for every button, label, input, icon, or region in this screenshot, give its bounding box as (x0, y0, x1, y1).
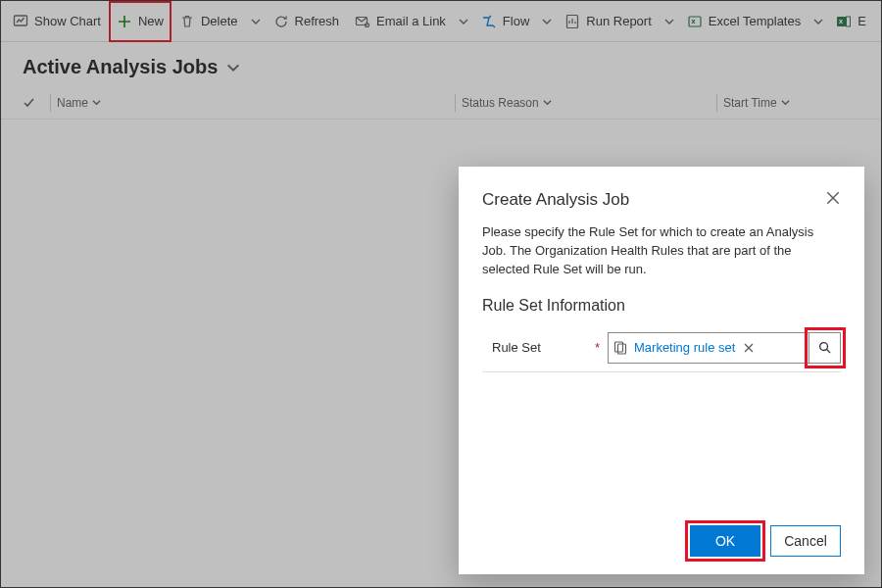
grid-header: Name Status Reason Start Time (1, 86, 881, 120)
delete-button[interactable]: Delete (172, 1, 246, 42)
rule-set-field-row: Rule Set * Marketing rule set (482, 332, 841, 364)
show-chart-button[interactable]: Show Chart (5, 1, 109, 42)
flow-icon (481, 14, 497, 29)
column-header-start[interactable]: Start Time (723, 96, 870, 110)
column-separator (716, 94, 717, 112)
delete-split-chevron[interactable] (246, 17, 266, 26)
excel-templates-button[interactable]: Excel Templates (679, 1, 808, 42)
refresh-button[interactable]: Refresh (266, 1, 348, 42)
svg-rect-4 (689, 17, 701, 26)
email-link-split-chevron[interactable] (454, 17, 473, 26)
dialog-buttons: OK Cancel (482, 525, 841, 557)
email-link-icon (355, 14, 370, 29)
cancel-button[interactable]: Cancel (770, 525, 841, 557)
rule-set-search-button[interactable] (809, 332, 841, 364)
view-title: Active Analysis Jobs (23, 56, 218, 78)
excel-overflow-label: E (858, 14, 866, 28)
run-report-button[interactable]: Run Report (557, 1, 659, 42)
rule-set-lookup[interactable]: Marketing rule set (608, 332, 809, 364)
column-name-label: Name (57, 96, 88, 110)
run-report-label: Run Report (586, 14, 651, 28)
dialog-body-text: Please specify the Rule Set for which to… (482, 223, 841, 279)
excel-icon (836, 14, 852, 29)
create-analysis-job-dialog: Create Analysis Job Please specify the R… (459, 167, 864, 574)
excel-templates-icon (687, 14, 703, 29)
view-header: Active Analysis Jobs (1, 42, 881, 86)
dialog-title: Create Analysis Job (482, 190, 629, 210)
email-link-label: Email a Link (376, 14, 446, 28)
run-report-chevron[interactable] (660, 17, 679, 26)
new-label: New (138, 14, 164, 28)
select-all-checkbox[interactable] (23, 96, 44, 110)
rule-set-selected-text: Marketing rule set (634, 340, 735, 355)
svg-rect-6 (847, 17, 851, 26)
dialog-close-button[interactable] (825, 190, 841, 206)
chevron-down-icon (543, 98, 552, 107)
ok-button[interactable]: OK (690, 525, 760, 557)
cancel-label: Cancel (784, 533, 827, 549)
view-selector-chevron[interactable] (225, 60, 241, 75)
flow-button[interactable]: Flow (473, 1, 537, 42)
new-button[interactable]: New (109, 1, 172, 42)
required-indicator: * (595, 340, 600, 355)
column-start-label: Start Time (723, 96, 777, 110)
clear-selection-button[interactable] (743, 342, 755, 354)
refresh-icon (273, 14, 289, 29)
delete-label: Delete (201, 14, 238, 28)
rule-set-selected-tag[interactable]: Marketing rule set (612, 336, 755, 360)
email-link-button[interactable]: Email a Link (347, 1, 454, 42)
column-status-label: Status Reason (462, 96, 539, 110)
column-header-name[interactable]: Name (57, 96, 449, 110)
refresh-label: Refresh (295, 14, 340, 28)
chart-icon (13, 14, 28, 29)
excel-overflow-button[interactable]: E (828, 1, 868, 42)
command-bar: Show Chart New Delete Refresh (1, 1, 881, 42)
rule-set-label: Rule Set (492, 340, 541, 355)
column-header-status[interactable]: Status Reason (462, 96, 710, 110)
record-icon (612, 340, 628, 356)
chevron-down-icon (92, 98, 101, 107)
ok-label: OK (715, 533, 735, 549)
column-separator (50, 94, 51, 112)
trash-icon (179, 14, 195, 29)
report-icon (564, 14, 580, 29)
svg-point-9 (820, 343, 828, 351)
plus-icon (117, 14, 132, 29)
flow-chevron[interactable] (537, 17, 557, 26)
dialog-section-title: Rule Set Information (482, 297, 841, 315)
show-chart-label: Show Chart (34, 14, 101, 28)
excel-templates-label: Excel Templates (709, 14, 801, 28)
column-separator (455, 94, 456, 112)
chevron-down-icon (781, 98, 790, 107)
flow-label: Flow (503, 14, 529, 28)
excel-templates-chevron[interactable] (808, 17, 828, 26)
